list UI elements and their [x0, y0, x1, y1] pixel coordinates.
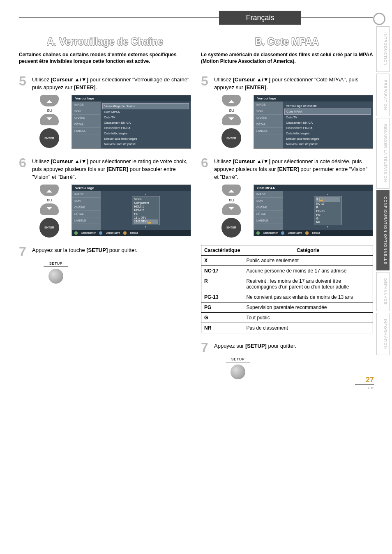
osd-title: Verrouillage [254, 95, 373, 102]
bold: [ENTER] [106, 166, 128, 172]
section-b-title: B. Cote MPAA [201, 36, 373, 47]
table-row: XPublic adulte seulement [201, 255, 373, 265]
txt: . [96, 84, 97, 90]
side-tab-configuration[interactable]: CONFIGURATION OPTIONNELLE [376, 190, 390, 270]
bold: [ENTER] [74, 84, 96, 90]
side-tabs: INTRODUCTION PRÉPARATION REGARDER LA TÉL… [376, 26, 390, 355]
osd-panel-row: 11-1 DTV [134, 216, 158, 219]
section-b: B. Cote MPAA Le système américain de cla… [201, 34, 373, 379]
osd-footer: Sélectionner Vision/Barré Retour [72, 230, 191, 236]
txt: . [266, 84, 268, 90]
footer-label: Retour [130, 231, 138, 234]
txt: Appuyez sur la touche [32, 247, 86, 253]
osd-row: Cote MPAA [102, 109, 189, 115]
osd-item: DÉTAIL [254, 121, 283, 128]
osd-item: SON [72, 108, 101, 115]
osd-panel-row: G [316, 217, 340, 220]
osd-panel-row: Video [134, 197, 158, 201]
osd-panel-row: NC-17 [316, 202, 340, 205]
setup-button-icon [48, 269, 63, 284]
dot-icon [305, 231, 309, 235]
rating-code: NR [201, 323, 243, 333]
scroll-up-icon: ▲ [284, 193, 371, 196]
osd-item: IMAGE [72, 191, 101, 198]
enter-button-icon: ENTER [39, 128, 59, 148]
dot-icon [123, 231, 127, 235]
enter-button-icon: ENTER [39, 218, 59, 238]
osd-panel-row: NR [316, 220, 340, 224]
step-number: 6 [19, 156, 29, 169]
cursor-down-icon [40, 203, 59, 215]
side-tab-introduction[interactable]: INTRODUCTION [376, 26, 390, 72]
cursor-up-icon [40, 95, 59, 106]
cursor-down-icon [40, 114, 59, 125]
bold: [ENTER] [244, 84, 266, 90]
osd-panel-row: Component [134, 201, 158, 205]
osd-footer: Sélectionner Vision/Barré Retour [254, 230, 373, 236]
a-step6-graphics: ou ENTER Verrouillage IMAGE SON CHAÎNE D… [30, 185, 191, 238]
footer-label: Sélectionner [81, 231, 96, 234]
side-tab-regarder[interactable]: REGARDER LA TÉLÉVISION [376, 118, 390, 188]
side-tab-depannage[interactable]: DÉPANNAGE [376, 272, 390, 311]
osd-row: Classement EN-CA [284, 120, 371, 125]
osd-left-menu: IMAGE SON CHAÎNE DÉTAIL LANGUE [72, 191, 101, 230]
osd-row: Classement FR-CA [284, 125, 371, 131]
osd-item: CHAÎNE [72, 115, 101, 121]
osd-right-panel: ▲ X NC-17 R PG-13 PG G NR [283, 191, 373, 230]
osd-a5: Verrouillage IMAGE SON CHAÎNE DÉTAIL LAN… [71, 95, 191, 149]
cursor-up-icon [222, 95, 241, 106]
txt: Utilisez [214, 158, 233, 164]
txt: Appuyez sur [214, 343, 245, 349]
rating-desc: Tout public [243, 312, 373, 323]
setup-button-graphic: SETUP [44, 261, 68, 284]
osd-row: Cote TV [284, 115, 371, 120]
setup-label: SETUP [44, 261, 68, 267]
step-number: 7 [19, 245, 29, 258]
remote-control-icon: ou ENTER [30, 185, 68, 238]
osd-item: CHAÎNE [254, 115, 283, 121]
lock-icon [148, 220, 151, 224]
osd-b6: Cote MPAA IMAGE SON CHAÎNE DÉTAIL LANGUE… [254, 185, 373, 236]
table-row: NRPas de classement [201, 323, 373, 333]
b-step5: 5 Utilisez [Curseur ▲/▼] pour sélectionn… [201, 74, 373, 92]
dot-icon [256, 231, 260, 235]
step-number: 7 [201, 341, 211, 354]
osd-panel-row: PC [134, 212, 158, 216]
remote-control-icon: ou ENTER [212, 95, 250, 148]
cursor-up-icon [222, 185, 241, 196]
rating-code: NC-17 [201, 265, 243, 276]
footer-label: Vision/Barré [106, 231, 120, 234]
osd-panel-row: R [316, 205, 340, 209]
osd-item: DÉTAIL [72, 211, 101, 217]
rating-desc: Aucune personne de moins de 17 ans admis… [243, 265, 373, 276]
b-step5-graphics: ou ENTER Verrouillage IMAGE SON CHAÎNE D… [212, 95, 373, 149]
mpaa-rating-table: Caractéristique Catégorie XPublic adulte… [201, 245, 373, 333]
cursor-down-icon [222, 203, 241, 215]
osd-row: Effacer cote téléchargée [284, 136, 371, 141]
scroll-up-icon: ▲ [102, 193, 189, 196]
dot-icon [99, 231, 102, 235]
or-label: ou [229, 108, 234, 113]
cursor-down-icon [222, 114, 241, 125]
setup-button-icon [231, 365, 245, 379]
osd-row: Nouveau mot de passe [102, 141, 189, 147]
bold: [Curseur ▲/▼] [51, 76, 88, 83]
rating-desc: Restreint ; les moins de 17 ans doivent … [243, 276, 373, 292]
enter-button-icon: ENTER [221, 128, 241, 148]
rating-code: G [201, 312, 243, 323]
side-tab-preparation[interactable]: PRÉPARATION [376, 74, 390, 116]
bold: [Curseur ▲/▼] [51, 158, 88, 164]
remote-control-icon: ou ENTER [30, 95, 68, 148]
osd-panel-row: X [316, 197, 340, 202]
osd-title: Cote MPAA [254, 185, 373, 191]
osd-title: Verrouillage [72, 185, 191, 191]
rating-desc: Ne convient pas aux enfants de moins de … [243, 292, 373, 302]
rating-code: PG [201, 302, 243, 312]
side-tab-information[interactable]: INFORMATION [376, 313, 390, 355]
osd-row: Cote téléchargée [102, 131, 189, 136]
osd-row: Cote MPAA [284, 108, 371, 115]
osd-item: LANGUE [254, 128, 283, 134]
b-step5-text: Utilisez [Curseur ▲/▼] pour sélectionner… [214, 74, 373, 92]
setup-label: SETUP [226, 357, 250, 362]
osd-item: DÉTAIL [254, 211, 283, 217]
